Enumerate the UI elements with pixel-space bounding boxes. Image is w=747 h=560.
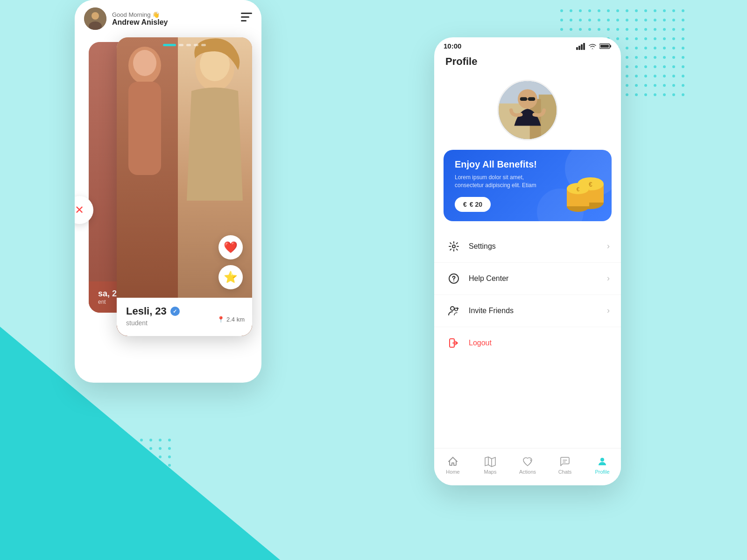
photo-right	[178, 37, 253, 336]
nav-chats[interactable]: Chats	[551, 456, 579, 475]
benefits-description: Lorem ipsum dolor sit amet, consectetur …	[455, 174, 548, 189]
card-photo	[117, 37, 252, 336]
chats-nav-icon	[559, 456, 571, 467]
logout-label: Logout	[469, 339, 610, 347]
benefits-price-button[interactable]: € € 20	[455, 197, 491, 212]
indicator-2	[179, 44, 183, 46]
card-action-buttons: ❤️ ⭐	[218, 235, 243, 289]
status-icons	[576, 42, 612, 50]
profile-nav-label: Profile	[595, 469, 609, 475]
menu-item-settings[interactable]: Settings ›	[434, 231, 621, 263]
home-nav-icon	[447, 456, 458, 467]
header-user-info: Good Morning 👋 Andrew Anisley	[84, 7, 168, 30]
euro-icon: €	[463, 201, 467, 208]
logout-icon	[445, 335, 462, 351]
card-stack: ✕ sa, 28 ent	[75, 37, 261, 383]
signal-icon	[576, 42, 585, 50]
svg-rect-23	[520, 97, 527, 101]
svg-rect-5	[241, 20, 247, 21]
indicator-4	[194, 44, 198, 46]
card-front[interactable]: ❤️ ⭐ Lesli, 23 ✓ student 📍 2.4 km	[117, 37, 252, 336]
svg-rect-20	[539, 95, 557, 139]
help-arrow: ›	[607, 273, 610, 283]
svg-point-1	[92, 12, 99, 20]
svg-point-36	[453, 280, 454, 281]
nav-maps[interactable]: Maps	[476, 456, 504, 475]
location-icon: 📍	[217, 316, 225, 323]
phone-header: Good Morning 👋 Andrew Anisley	[75, 0, 261, 37]
menu-item-invite[interactable]: Invite Friends ›	[434, 295, 621, 327]
svg-rect-7	[128, 82, 161, 175]
maps-nav-label: Maps	[484, 469, 497, 475]
svg-point-8	[133, 50, 156, 76]
header-text: Good Morning 👋 Andrew Anisley	[112, 11, 168, 27]
super-like-button[interactable]: ⭐	[218, 265, 243, 289]
coins-decoration: € €	[565, 175, 607, 217]
menu-item-help[interactable]: Help Center ›	[434, 263, 621, 295]
settings-icon	[445, 238, 462, 255]
photo-left	[117, 37, 184, 336]
nav-home[interactable]: Home	[439, 456, 467, 475]
svg-point-37	[451, 307, 454, 310]
settings-label: Settings	[469, 242, 607, 251]
maps-nav-icon	[485, 456, 496, 467]
card-info: Lesli, 23 ✓ student 📍 2.4 km	[117, 298, 252, 336]
nav-actions[interactable]: Actions	[514, 456, 542, 475]
svg-point-47	[600, 458, 604, 462]
card-distance: 📍 2.4 km	[217, 316, 245, 323]
like-button[interactable]: ❤️	[218, 235, 243, 259]
profile-avatar	[497, 80, 558, 140]
svg-rect-24	[528, 97, 535, 101]
right-phone-mockup: 10:00 Profile	[434, 37, 621, 485]
invite-icon	[445, 302, 462, 319]
svg-marker-42	[485, 457, 495, 467]
chats-nav-label: Chats	[558, 469, 572, 475]
price-text: € 20	[470, 201, 482, 208]
indicator-5	[201, 44, 206, 46]
profile-nav-icon	[597, 456, 608, 467]
left-phone-mockup: Good Morning 👋 Andrew Anisley ✕ sa, 28 e…	[75, 0, 261, 383]
user-name-text: Andrew Anisley	[112, 18, 168, 27]
svg-rect-4	[241, 16, 249, 18]
status-bar: 10:00	[434, 37, 621, 53]
invite-label: Invite Friends	[469, 307, 607, 315]
help-icon	[445, 270, 462, 287]
menu-list: Settings › Help Center ›	[434, 231, 621, 359]
svg-rect-17	[600, 45, 609, 48]
card-indicators	[163, 44, 206, 46]
svg-rect-11	[576, 47, 578, 50]
actions-nav-icon	[522, 456, 533, 467]
benefits-banner[interactable]: Enjoy All Benefits! Lorem ipsum dolor si…	[444, 150, 612, 221]
nav-profile[interactable]: Profile	[588, 456, 616, 475]
svg-rect-13	[581, 44, 583, 50]
svg-text:€: €	[577, 186, 580, 193]
indicator-1	[163, 44, 176, 46]
greeting-text: Good Morning 👋	[112, 11, 168, 18]
settings-arrow: ›	[607, 241, 610, 251]
status-time: 10:00	[444, 42, 461, 50]
svg-rect-3	[241, 13, 252, 14]
menu-item-logout[interactable]: Logout	[434, 327, 621, 359]
bottom-navigation: Home Maps Actions Chats	[434, 448, 621, 485]
svg-rect-12	[578, 46, 580, 50]
dots-decoration-bottom-left	[65, 439, 187, 532]
wifi-icon	[588, 43, 597, 49]
home-nav-label: Home	[446, 469, 459, 475]
help-label: Help Center	[469, 274, 607, 283]
verified-badge: ✓	[170, 307, 180, 316]
svg-point-34	[452, 245, 455, 248]
profile-avatar-section	[434, 75, 621, 150]
invite-arrow: ›	[607, 306, 610, 315]
header-avatar	[84, 7, 106, 30]
indicator-3	[186, 44, 191, 46]
svg-rect-16	[610, 45, 611, 47]
battery-icon	[599, 43, 612, 49]
menu-icon[interactable]	[241, 13, 252, 25]
svg-rect-14	[583, 43, 585, 50]
svg-text:€: €	[589, 181, 592, 188]
actions-nav-label: Actions	[519, 469, 536, 475]
page-title: Profile	[434, 53, 621, 75]
